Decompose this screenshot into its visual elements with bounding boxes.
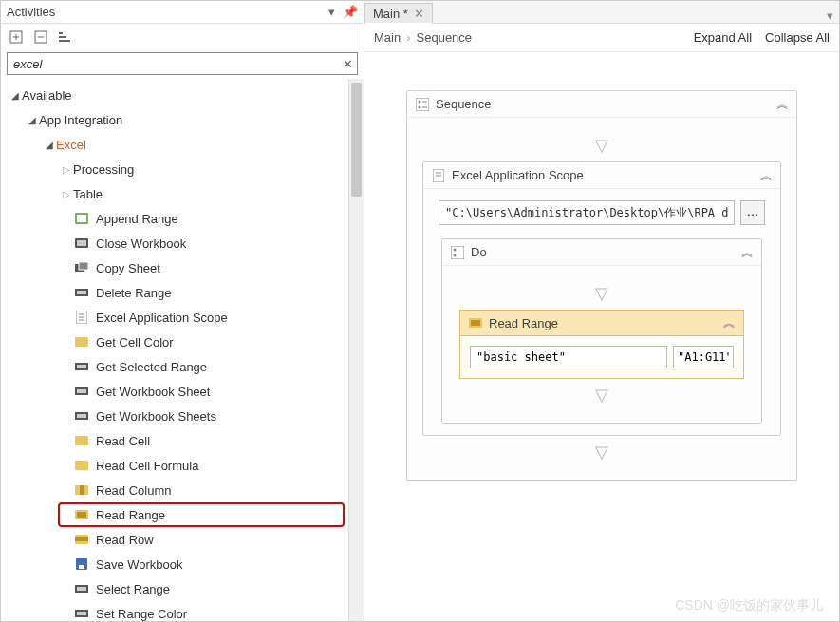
search-row: ✕: [7, 52, 358, 75]
svg-rect-36: [79, 565, 84, 569]
tree-item-get-workbook-sheet[interactable]: Get Workbook Sheet: [58, 379, 348, 404]
tree-item-read-cell-formula[interactable]: Read Cell Formula: [58, 453, 348, 478]
drop-target-icon[interactable]: ▽: [457, 277, 746, 310]
tabs-dropdown-icon[interactable]: ▾: [821, 9, 839, 23]
designer-panel: Main * ✕ ▾ Main › Sequence Expand All Co…: [364, 0, 840, 622]
cell-icon: [73, 458, 90, 473]
scope-icon: [431, 168, 446, 183]
sheet-name-input[interactable]: [470, 346, 667, 368]
sequence-icon: [415, 97, 430, 112]
excel-scope-title: Excel Application Scope: [452, 168, 584, 182]
excel-icon: [73, 211, 90, 226]
activities-panel: Activities ▾ 📌 ✕ ◢Available ◢App Integra…: [0, 0, 364, 622]
close-tab-icon[interactable]: ✕: [414, 7, 424, 21]
search-input[interactable]: [8, 57, 338, 71]
drop-target-icon[interactable]: ▽: [422, 436, 781, 468]
tree-item-read-column[interactable]: Read Column: [58, 478, 348, 502]
tree-item-read-cell[interactable]: Read Cell: [58, 428, 348, 453]
svg-rect-11: [77, 240, 86, 246]
sheet-icon: [73, 359, 90, 374]
drop-target-icon[interactable]: ▽: [457, 379, 746, 411]
excel-scope-activity[interactable]: Excel Application Scope ︽ … Do ︽: [422, 161, 781, 436]
tree-node-excel[interactable]: ◢Excel: [41, 132, 348, 157]
sequence-activity[interactable]: Sequence ︽ ▽ Excel Application Scope ︽ …: [406, 90, 797, 481]
tree-item-copy-sheet[interactable]: Copy Sheet: [58, 255, 348, 280]
do-activity[interactable]: Do ︽ ▽ Read Range ︽: [441, 238, 762, 424]
browse-button[interactable]: …: [740, 200, 765, 225]
read-range-activity[interactable]: Read Range ︽: [459, 310, 744, 379]
svg-point-50: [454, 248, 457, 251]
svg-point-42: [419, 100, 421, 103]
tree-item-save-workbook[interactable]: Save Workbook: [58, 552, 348, 576]
tree-node-app-integration[interactable]: ◢App Integration: [24, 107, 348, 132]
cell-icon: [73, 433, 90, 448]
tree-item-close-workbook[interactable]: Close Workbook: [58, 231, 348, 255]
svg-rect-49: [451, 246, 464, 259]
range-icon: [73, 507, 90, 522]
collapse-icon[interactable]: ︽: [741, 244, 754, 261]
tree-item-get-cell-color[interactable]: Get Cell Color: [58, 330, 348, 354]
workbook-path-input[interactable]: [439, 200, 735, 225]
collapse-icon[interactable]: ︽: [776, 96, 789, 113]
scope-icon: [73, 310, 90, 325]
tree-item-set-range-color[interactable]: Set Range Color: [58, 601, 348, 621]
drop-target-icon[interactable]: ▽: [422, 129, 781, 161]
svg-rect-53: [471, 320, 480, 326]
sheet-icon: [73, 285, 90, 300]
tree-scrollbar[interactable]: [348, 79, 364, 621]
autohide-icon[interactable]: ▾: [324, 5, 339, 19]
svg-rect-22: [77, 365, 86, 368]
svg-rect-40: [77, 612, 86, 615]
tab-main[interactable]: Main * ✕: [364, 3, 433, 24]
collapse-all-button[interactable]: [29, 27, 52, 47]
panel-title: Activities: [7, 5, 320, 19]
svg-rect-15: [77, 291, 86, 294]
tree-node-available[interactable]: ◢Available: [7, 83, 348, 107]
svg-rect-32: [77, 512, 86, 518]
tree-item-delete-range[interactable]: Delete Range: [58, 280, 348, 305]
tree-item-read-row[interactable]: Read Row: [58, 527, 348, 552]
collapse-icon[interactable]: ︽: [723, 314, 736, 331]
tree-item-excel-app-scope[interactable]: Excel Application Scope: [58, 305, 348, 330]
tree-item-select-range[interactable]: Select Range: [58, 576, 348, 601]
sequence-title: Sequence: [436, 97, 492, 111]
svg-rect-26: [77, 414, 86, 418]
activities-header: Activities ▾ 📌: [1, 1, 364, 24]
do-header[interactable]: Do ︽: [442, 239, 761, 266]
tree-item-read-range[interactable]: Read Range: [58, 502, 345, 527]
sheet-icon: [73, 260, 90, 275]
tree-item-get-workbook-sheets[interactable]: Get Workbook Sheets: [58, 404, 348, 428]
pin-icon[interactable]: 📌: [343, 5, 358, 19]
designer-canvas[interactable]: Sequence ︽ ▽ Excel Application Scope ︽ …: [364, 52, 839, 621]
read-range-title: Read Range: [489, 316, 558, 330]
sheet-icon: [73, 408, 90, 424]
clear-search-icon[interactable]: ✕: [338, 57, 357, 71]
breadcrumb: Main › Sequence Expand All Collapse All: [364, 24, 839, 52]
tree-node-table[interactable]: ▷Table: [58, 181, 348, 206]
activities-toolbar: [1, 24, 364, 50]
expand-all-link[interactable]: Expand All: [694, 30, 752, 45]
collapse-all-link[interactable]: Collapse All: [765, 30, 830, 45]
tree-item-get-selected-range[interactable]: Get Selected Range: [58, 354, 348, 379]
excel-scope-header[interactable]: Excel Application Scope ︽: [423, 162, 780, 189]
sheet-icon: [73, 606, 90, 621]
range-input[interactable]: [673, 346, 734, 368]
range-icon: [468, 315, 483, 330]
tree-item-append-range[interactable]: Append Range: [58, 206, 348, 231]
collapse-icon[interactable]: ︽: [760, 167, 773, 184]
expand-all-button[interactable]: [5, 27, 28, 47]
sheet-icon: [73, 581, 90, 596]
read-range-header[interactable]: Read Range ︽: [459, 310, 744, 336]
show-activities-button[interactable]: [54, 27, 77, 47]
svg-rect-13: [79, 262, 88, 270]
activities-tree[interactable]: ◢Available ◢App Integration ◢Excel ▷Proc…: [1, 79, 348, 621]
breadcrumb-root[interactable]: Main: [374, 30, 401, 45]
sequence-header[interactable]: Sequence ︽: [407, 91, 796, 118]
svg-rect-27: [75, 436, 88, 445]
svg-rect-20: [75, 337, 88, 347]
tree-node-processing[interactable]: ▷Processing: [58, 157, 348, 181]
scrollbar-thumb[interactable]: [351, 83, 362, 197]
do-title: Do: [471, 245, 487, 259]
breadcrumb-child[interactable]: Sequence: [417, 30, 473, 45]
svg-rect-30: [80, 485, 84, 495]
